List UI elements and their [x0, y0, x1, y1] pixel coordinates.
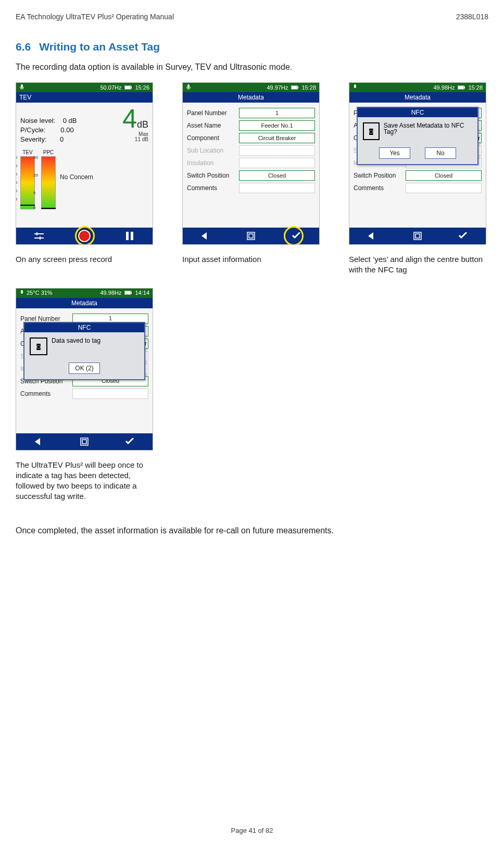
- nfc-tag-icon: ◙: [30, 338, 47, 355]
- frequency-readout: 49.98Hz: [433, 85, 455, 91]
- concern-status: No Concern: [60, 174, 93, 180]
- frequency-readout: 50.07Hz: [100, 85, 121, 91]
- conclusion-text: Once completed, the asset information is…: [16, 526, 488, 535]
- nfc-yes-button[interactable]: Yes: [379, 147, 410, 159]
- asset-name-label: Asset Name: [187, 122, 239, 129]
- svg-rect-7: [249, 234, 253, 238]
- asset-name-field[interactable]: Feeder No.1: [239, 120, 315, 131]
- nfc-dialog-message: Save Asset Metadata to NFC Tag?: [384, 122, 472, 135]
- back-button[interactable]: [349, 232, 395, 240]
- mic-icon: [19, 290, 24, 296]
- status-bar: 25°C 31% 49.98Hz 14:14: [16, 289, 153, 298]
- svg-rect-9: [458, 86, 463, 89]
- screen-title-bar: Metadata: [16, 298, 153, 308]
- clock-readout: 15:26: [135, 85, 149, 91]
- caption-1: On any screen press record: [16, 254, 156, 265]
- svg-rect-2: [131, 86, 132, 89]
- comments-label: Comments: [354, 185, 406, 191]
- battery-icon: [124, 85, 132, 91]
- bar-ppc-label: PPC: [43, 150, 54, 155]
- screenshot-tev: 50.07Hz 15:26 TEV Noise level: 0: [16, 82, 153, 245]
- nfc-saved-dialog: NFC ◙ Data saved to tag OK (2): [23, 322, 145, 380]
- doc-number: 2388L018: [456, 12, 488, 21]
- tev-tick: 20: [16, 189, 17, 193]
- confirm-button[interactable]: [107, 438, 153, 445]
- ppc-tick: 50: [33, 156, 38, 160]
- section-number: 6.6: [16, 41, 31, 53]
- insulation-field[interactable]: [239, 158, 315, 168]
- svg-rect-14: [125, 291, 130, 294]
- confirm-button[interactable]: [274, 232, 319, 240]
- switch-position-label: Switch Position: [187, 172, 239, 179]
- noise-label: Noise level:: [20, 117, 55, 124]
- tev-tick: 50: [16, 164, 17, 168]
- nfc-center-button[interactable]: [395, 232, 440, 240]
- component-field[interactable]: Circuit Breaker: [239, 133, 315, 143]
- ppc-tick: 0: [33, 206, 35, 210]
- panel-number-label: Panel Number: [20, 316, 72, 322]
- record-button[interactable]: [61, 230, 107, 242]
- frequency-readout: 49.97Hz: [267, 85, 288, 91]
- status-bar: 49.97Hz 15:28: [183, 83, 319, 92]
- nfc-center-button[interactable]: [228, 232, 273, 240]
- nfc-dialog-title: NFC: [24, 323, 144, 332]
- tev-stats: Noise level: 0 dB P/Cycle: 0.00 Severity…: [20, 116, 77, 145]
- screen-title: Metadata: [238, 94, 264, 101]
- clock-readout: 15:28: [468, 85, 483, 91]
- bar-tev-label: TEV: [22, 150, 32, 155]
- switch-position-field[interactable]: Closed: [406, 170, 482, 181]
- clock-readout: 14:14: [135, 290, 149, 296]
- caption-4: The UltraTEV Plus² will beep once to ind…: [16, 460, 156, 502]
- nfc-no-button[interactable]: No: [425, 147, 456, 159]
- ppc-bar-marker: [41, 208, 56, 209]
- screenshot-metadata-input: 49.97Hz 15:28 Metadata Panel Number1 Ass…: [182, 82, 320, 245]
- svg-rect-12: [415, 234, 420, 238]
- switch-position-field[interactable]: Closed: [239, 170, 315, 181]
- page-header: EA Technology UltraTEV Plus² Operating M…: [16, 12, 488, 21]
- back-button[interactable]: [183, 232, 228, 240]
- frequency-readout: 49.98Hz: [100, 290, 121, 296]
- nfc-save-dialog: NFC ◙ Save Asset Metadata to NFC Tag? Ye…: [357, 107, 478, 165]
- nfc-tag-icon: ◙: [363, 122, 380, 140]
- sub-location-label: Sub Location: [187, 147, 239, 154]
- back-button[interactable]: [16, 438, 61, 445]
- comments-label: Comments: [187, 185, 239, 191]
- status-bar: 49.98Hz 15:28: [349, 83, 486, 92]
- comments-field[interactable]: [239, 183, 315, 193]
- nfc-center-button[interactable]: [61, 438, 107, 446]
- panel-number-field[interactable]: 1: [239, 108, 315, 118]
- noise-value: 0 dB: [63, 117, 77, 124]
- panel-number-label: Panel Number: [187, 110, 239, 116]
- confirm-button[interactable]: [440, 232, 486, 240]
- bar-ppc: 50 20 5 0: [41, 156, 56, 209]
- svg-rect-5: [297, 86, 298, 89]
- battery-icon: [291, 85, 298, 91]
- screen-title: Metadata: [71, 300, 97, 306]
- temperature-readout: 25°C 31%: [27, 290, 53, 296]
- comments-field[interactable]: [72, 389, 148, 399]
- ppc-tick: 5: [33, 191, 35, 195]
- svg-rect-17: [82, 440, 86, 444]
- svg-rect-10: [464, 86, 465, 89]
- section-heading: 6.6Writing to an Asset Tag: [16, 41, 488, 53]
- tev-tick: 60: [16, 156, 17, 160]
- screenshot-metadata-saveprompt: 49.98Hz 15:28 Metadata Panel Number1 As …: [349, 82, 486, 245]
- caption-2: Input asset information: [182, 254, 323, 265]
- severity-value: 0: [60, 135, 64, 143]
- clock-readout: 15:28: [301, 85, 316, 91]
- pause-button[interactable]: [107, 232, 153, 240]
- pcycle-label: P/Cycle:: [20, 126, 45, 134]
- caption-3: Select ‘yes’ and align the centre button…: [349, 254, 489, 276]
- sub-location-field[interactable]: [239, 145, 315, 156]
- status-bar: 50.07Hz 15:26: [16, 83, 153, 92]
- screen-title-bar: TEV: [16, 92, 153, 103]
- manual-title: EA Technology UltraTEV Plus² Operating M…: [16, 12, 174, 21]
- switch-position-label: Switch Position: [354, 172, 406, 179]
- nfc-ok-button[interactable]: OK (2): [69, 362, 100, 374]
- comments-field[interactable]: [406, 183, 482, 193]
- tev-main-reading: 4: [122, 104, 137, 133]
- settings-button[interactable]: [16, 232, 61, 240]
- tev-bar-marker: [20, 205, 35, 206]
- pcycle-value: 0.00: [60, 126, 73, 134]
- screen-title: Metadata: [405, 94, 431, 101]
